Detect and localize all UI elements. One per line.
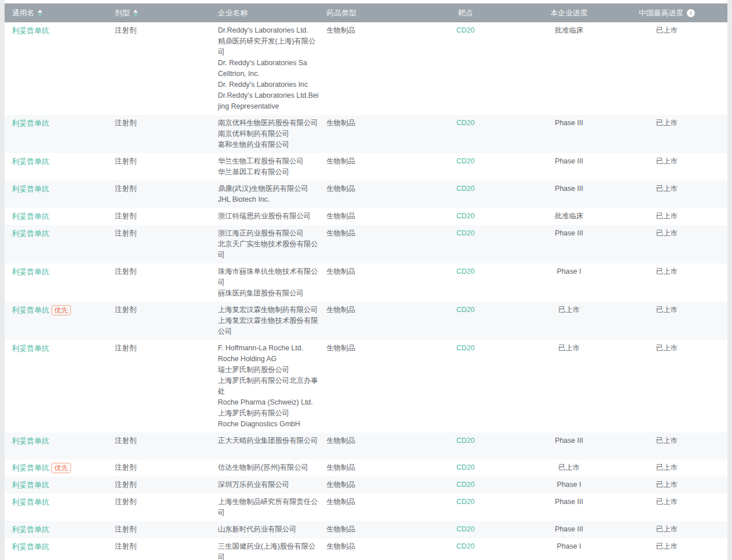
column-header-company-name: 企业名称 <box>210 8 319 18</box>
company-name: 正大天晴药业集团股份有限公司 <box>218 435 319 446</box>
generic-name-link[interactable]: 利妥昔单抗 <box>12 267 49 276</box>
company-names-cell: 浙江海正药业股份有限公司北京天广实生物技术股份有限公司 <box>210 228 319 261</box>
generic-name-link[interactable]: 利妥昔单抗 <box>12 344 49 353</box>
column-header-label: 靶点 <box>458 8 473 18</box>
company-names-cell: 珠海市丽珠单抗生物技术有限公司丽珠医药集团股份有限公司 <box>210 266 319 299</box>
generic-name-link[interactable]: 利妥昔单抗 <box>12 437 49 445</box>
target-cell: CD20 <box>399 462 532 473</box>
china-highest-progress-cell: 已上市 <box>606 228 727 239</box>
table-row: 利妥昔单抗 注射剂 山东新时代药业有限公司 生物制品 CD20 Phase II… <box>5 521 727 538</box>
company-name: JHL Biotech Inc. <box>218 194 319 205</box>
target-link[interactable]: CD20 <box>456 525 475 533</box>
company-names-cell: 山东新时代药业有限公司 <box>210 524 319 535</box>
company-name: 上海复宏汉霖生物制药有限公司 <box>218 305 319 315</box>
column-header-generic-name[interactable]: 通用名 <box>5 8 108 18</box>
generic-name-cell: 利妥昔单抗 <box>5 211 108 222</box>
company-name: 南京优科制药有限公司 <box>218 129 319 139</box>
company-progress-cell: 批准临床 <box>532 25 606 36</box>
target-link[interactable]: CD20 <box>456 212 475 220</box>
target-link[interactable]: CD20 <box>456 157 475 165</box>
target-cell: CD20 <box>399 305 532 315</box>
column-header-label: 本企业进度 <box>551 8 588 18</box>
company-names-cell: 上海生物制品研究所有限责任公司 <box>210 497 319 518</box>
dosage-form-cell: 注射剂 <box>108 266 210 277</box>
dosage-form-cell: 注射剂 <box>108 156 210 167</box>
table-row: 利妥昔单抗 注射剂 浙江特瑞思药业股份有限公司 生物制品 CD20 批准临床 已… <box>5 208 727 225</box>
target-link[interactable]: CD20 <box>456 267 475 275</box>
column-header-label: 药品类型 <box>327 8 356 18</box>
generic-name-link[interactable]: 利妥昔单抗 <box>12 463 49 472</box>
sort-icon[interactable] <box>38 10 42 17</box>
generic-name-link[interactable]: 利妥昔单抗 <box>12 26 49 35</box>
dosage-form-cell: 注射剂 <box>108 343 210 354</box>
generic-name-link[interactable]: 利妥昔单抗 <box>12 119 49 127</box>
company-name: Roche Pharma (Schweiz) Ltd. <box>218 397 319 408</box>
generic-name-link[interactable]: 利妥昔单抗 <box>12 498 49 506</box>
target-link[interactable]: CD20 <box>456 26 475 34</box>
generic-name-link[interactable]: 利妥昔单抗 <box>12 185 49 193</box>
target-cell: CD20 <box>399 228 532 239</box>
generic-name-cell: 利妥昔单抗 <box>5 266 108 278</box>
company-name: 三生国健药业(上海)股份有限公司 <box>218 541 319 560</box>
sort-icon[interactable] <box>133 10 138 17</box>
drug-type-cell: 生物制品 <box>319 156 399 167</box>
generic-name-link[interactable]: 利妥昔单抗 <box>12 481 49 489</box>
company-name: 丽珠医药集团股份有限公司 <box>218 288 319 299</box>
company-name: 信达生物制药(苏州)有限公司 <box>218 462 319 473</box>
drug-type-cell: 生物制品 <box>319 118 399 129</box>
generic-name-link[interactable]: 利妥昔单抗 <box>12 306 49 314</box>
china-highest-progress-cell: 已上市 <box>606 183 727 194</box>
table-header-row: 通用名 剂型 企业名称 药品类型 靶点 本企业进度 中国最高进度 i <box>5 3 727 22</box>
target-cell: CD20 <box>399 118 532 129</box>
target-link[interactable]: CD20 <box>456 119 475 127</box>
table-row: 利妥昔单抗 注射剂 珠海市丽珠单抗生物技术有限公司丽珠医药集团股份有限公司 生物… <box>5 263 727 302</box>
company-name: Dr. Reddy's Laboratories Inc <box>218 79 319 90</box>
generic-name-cell: 利妥昔单抗 <box>5 183 108 195</box>
column-header-company-progress: 本企业进度 <box>532 8 606 18</box>
china-highest-progress-cell: 已上市 <box>606 266 727 277</box>
dosage-form-cell: 注射剂 <box>108 25 210 36</box>
drug-type-cell: 生物制品 <box>319 25 399 36</box>
target-cell: CD20 <box>399 541 532 552</box>
target-link[interactable]: CD20 <box>456 542 475 550</box>
column-header-dosage-form[interactable]: 剂型 <box>108 8 210 18</box>
company-name: 上海复宏汉霖生物技术股份有限公司 <box>218 315 319 337</box>
target-link[interactable]: CD20 <box>456 185 475 193</box>
column-header-label: 剂型 <box>115 8 130 18</box>
target-link[interactable]: CD20 <box>456 463 475 471</box>
company-name: 深圳万乐药业有限公司 <box>218 479 319 490</box>
china-highest-progress-cell: 已上市 <box>606 479 727 490</box>
target-link[interactable]: CD20 <box>456 481 475 489</box>
target-link[interactable]: CD20 <box>456 498 475 506</box>
company-name: 华兰基因工程有限公司 <box>218 167 319 178</box>
company-progress-cell: Phase III <box>532 497 606 507</box>
table-row: 利妥昔单抗 注射剂 华兰生物工程股份有限公司华兰基因工程有限公司 生物制品 CD… <box>5 153 727 181</box>
generic-name-cell: 利妥昔单抗 <box>5 497 108 508</box>
company-names-cell: Dr.Reddy's Laboratories Ltd.精鼎医药研究开发(上海)… <box>210 25 319 112</box>
generic-name-link[interactable]: 利妥昔单抗 <box>12 525 49 534</box>
company-progress-cell: Phase I <box>532 479 606 490</box>
generic-name-link[interactable]: 利妥昔单抗 <box>12 157 49 166</box>
company-name: 上海生物制品研究所有限责任公司 <box>218 497 319 518</box>
target-cell: CD20 <box>399 211 532 222</box>
generic-name-link[interactable]: 利妥昔单抗 <box>12 212 49 221</box>
generic-name-link[interactable]: 利妥昔单抗 <box>12 229 49 238</box>
table-row: 利妥昔单抗 注射剂 南京优科生物医药股份有限公司南京优科制药有限公司嘉和生物药业… <box>5 115 727 153</box>
company-name: 山东新时代药业有限公司 <box>218 524 319 535</box>
target-link[interactable]: CD20 <box>456 306 475 314</box>
priority-badge: 优先 <box>51 463 71 473</box>
info-icon[interactable]: i <box>687 9 695 17</box>
target-link[interactable]: CD20 <box>456 229 475 237</box>
company-name: 南京优科生物医药股份有限公司 <box>218 118 319 129</box>
target-link[interactable]: CD20 <box>456 344 475 352</box>
generic-name-link[interactable]: 利妥昔单抗 <box>12 542 49 551</box>
target-link[interactable]: CD20 <box>456 437 475 445</box>
drug-type-cell: 生物制品 <box>319 266 399 277</box>
company-names-cell: 上海复宏汉霖生物制药有限公司上海复宏汉霖生物技术股份有限公司 <box>210 305 319 337</box>
dosage-form-cell: 注射剂 <box>108 479 210 490</box>
generic-name-cell: 利妥昔单抗 <box>5 435 108 447</box>
company-name: Dr.Reddy's Laboratories Ltd.Beijing Repr… <box>218 90 319 112</box>
column-header-china-highest-progress: 中国最高进度 i <box>606 8 727 18</box>
target-cell: CD20 <box>399 524 532 535</box>
company-names-cell: 华兰生物工程股份有限公司华兰基因工程有限公司 <box>210 156 319 178</box>
